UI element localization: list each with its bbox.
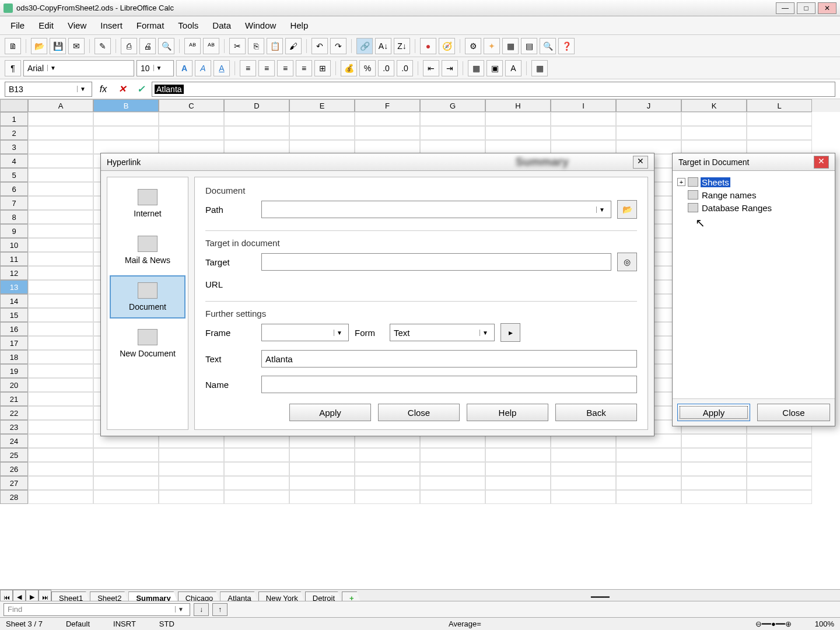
text-input[interactable]	[261, 350, 637, 368]
cell[interactable]	[355, 140, 420, 154]
zoom-level[interactable]: 100%	[815, 620, 834, 628]
cell[interactable]	[28, 350, 93, 364]
cell[interactable]	[28, 406, 93, 420]
col-header[interactable]: G	[420, 99, 485, 112]
cell[interactable]	[28, 196, 93, 210]
row-header[interactable]: 26	[0, 462, 28, 476]
cell[interactable]	[355, 448, 420, 462]
cancel-icon[interactable]: ✕	[114, 82, 130, 97]
row-header[interactable]: 14	[0, 294, 28, 308]
cell[interactable]	[224, 126, 289, 140]
dialog-close-icon[interactable]: ✕	[633, 156, 648, 169]
cell[interactable]	[551, 490, 616, 504]
cell[interactable]	[681, 448, 747, 462]
cell[interactable]	[28, 420, 93, 434]
cell[interactable]	[289, 112, 355, 126]
cell[interactable]	[224, 462, 289, 476]
gallery-icon[interactable]: ⚙	[465, 38, 481, 54]
save-icon[interactable]: 💾	[50, 38, 66, 54]
cell[interactable]	[28, 154, 93, 168]
cell[interactable]	[355, 112, 420, 126]
cell[interactable]	[289, 140, 355, 154]
col-header[interactable]: C	[159, 99, 224, 112]
new-doc-icon[interactable]: 🗎	[5, 38, 21, 54]
increase-indent-icon[interactable]: ⇥	[442, 60, 458, 76]
row-header[interactable]: 16	[0, 322, 28, 336]
row-header[interactable]: 4	[0, 154, 28, 168]
cell[interactable]	[747, 126, 812, 140]
cell[interactable]	[289, 448, 355, 462]
cell[interactable]	[159, 476, 224, 490]
cell[interactable]	[681, 140, 747, 154]
open-icon[interactable]: 📂	[31, 38, 47, 54]
row-header[interactable]: 1	[0, 112, 28, 126]
row-header[interactable]: 22	[0, 406, 28, 420]
sort-desc-icon[interactable]: Z↓	[394, 38, 410, 54]
cell[interactable]	[224, 140, 289, 154]
cell[interactable]	[28, 210, 93, 224]
row-header[interactable]: 13	[0, 280, 28, 294]
cell[interactable]	[159, 112, 224, 126]
cell[interactable]	[355, 126, 420, 140]
sort-asc-icon[interactable]: A↓	[375, 38, 391, 54]
merge-icon[interactable]: ⊞	[314, 60, 331, 76]
dialog-close-icon[interactable]: ✕	[814, 156, 829, 169]
align-center-icon[interactable]: ≡	[258, 60, 275, 76]
cell[interactable]	[551, 476, 616, 490]
cell[interactable]	[224, 490, 289, 504]
cell[interactable]	[159, 462, 224, 476]
close-button[interactable]: Close	[757, 404, 830, 421]
cell[interactable]	[485, 476, 551, 490]
target-input[interactable]	[261, 253, 611, 271]
row-header[interactable]: 18	[0, 350, 28, 364]
cell[interactable]	[420, 112, 485, 126]
cell[interactable]	[28, 462, 93, 476]
menu-edit[interactable]: Edit	[33, 18, 60, 33]
cell[interactable]	[420, 476, 485, 490]
paste-icon[interactable]: 📋	[267, 38, 283, 54]
find-input[interactable]: Find▼	[4, 603, 190, 616]
accept-icon[interactable]: ✓	[133, 82, 148, 97]
cell[interactable]	[159, 126, 224, 140]
cell[interactable]	[159, 490, 224, 504]
font-color-icon[interactable]: A	[505, 60, 522, 76]
spreadsheet-icon[interactable]: ▤	[521, 38, 537, 54]
cell[interactable]	[28, 252, 93, 266]
email-icon[interactable]: ✉	[68, 38, 85, 54]
cell[interactable]	[28, 238, 93, 252]
menu-view[interactable]: View	[62, 18, 92, 33]
cut-icon[interactable]: ✂	[229, 38, 246, 54]
cell[interactable]	[355, 490, 420, 504]
help-button[interactable]: Help	[467, 404, 548, 421]
status-selection-mode[interactable]: STD	[159, 620, 174, 628]
cell[interactable]	[28, 476, 93, 490]
menu-format[interactable]: Format	[131, 18, 170, 33]
cell[interactable]	[93, 126, 159, 140]
find-next-icon[interactable]: ↓	[194, 603, 209, 616]
col-header[interactable]: D	[224, 99, 289, 112]
row-header[interactable]: 5	[0, 168, 28, 182]
grid-lines-icon[interactable]: ▦	[531, 60, 548, 76]
align-justify-icon[interactable]: ≡	[296, 60, 312, 76]
cell[interactable]	[355, 476, 420, 490]
cell[interactable]	[485, 490, 551, 504]
formula-input[interactable]: Atlanta	[152, 82, 835, 97]
decrease-indent-icon[interactable]: ⇤	[423, 60, 439, 76]
datasource-icon[interactable]: ✦	[484, 38, 500, 54]
cell[interactable]	[289, 476, 355, 490]
print-icon[interactable]: 🖨	[139, 38, 156, 54]
cell[interactable]	[485, 126, 551, 140]
category-mail[interactable]: Mail & News	[110, 229, 186, 272]
cell[interactable]	[681, 434, 747, 448]
apply-button[interactable]: Apply	[677, 404, 750, 421]
cell[interactable]	[420, 140, 485, 154]
maximize-button[interactable]: □	[797, 2, 816, 14]
cell[interactable]	[224, 476, 289, 490]
row-header[interactable]: 27	[0, 476, 28, 490]
function-wizard-icon[interactable]: fx	[96, 82, 111, 97]
menu-insert[interactable]: Insert	[94, 18, 128, 33]
expand-icon[interactable]: +	[677, 178, 685, 186]
row-header[interactable]: 8	[0, 210, 28, 224]
currency-icon[interactable]: 💰	[341, 60, 357, 76]
cell[interactable]	[747, 476, 812, 490]
